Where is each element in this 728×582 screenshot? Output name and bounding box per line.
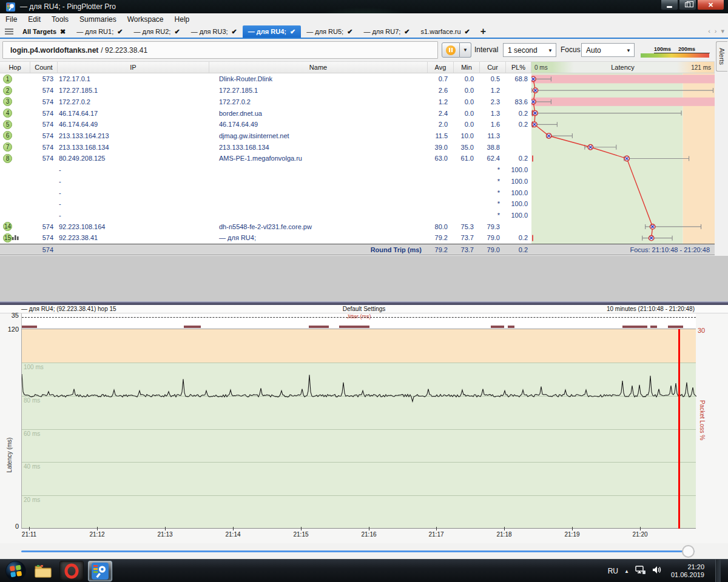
col-header-latency[interactable]: 0 ms Latency 121 ms	[531, 62, 715, 73]
taskbar: RU ▲ 21:20 01.06.2019	[0, 559, 728, 582]
hop-badge: 3	[3, 97, 12, 106]
restore-button[interactable]	[679, 0, 696, 10]
menu-item-workspace[interactable]: Workspace	[122, 14, 169, 25]
round-trip-label: Round Trip (ms)	[209, 246, 428, 253]
jitter-bar	[650, 326, 657, 328]
timeline-range-label: 10 minutes (21:10:48 - 21:20:48)	[607, 306, 695, 312]
clock-time: 21:20	[671, 563, 704, 571]
scrollbar-thumb[interactable]	[682, 545, 695, 558]
opera-icon	[64, 563, 79, 579]
start-button[interactable]	[5, 560, 27, 582]
tab-check-icon[interactable]: ✔	[232, 28, 237, 36]
target-host: login.p4.worldoftanks.net	[10, 46, 98, 55]
interval-select[interactable]: 1 second ▼	[503, 43, 556, 57]
network-icon[interactable]	[635, 565, 646, 577]
screen: — для RU4; - PingPlotter Pro ✕ FileEditT…	[0, 0, 728, 582]
target-ip: / 92.223.38.41	[101, 46, 147, 55]
tab-more-icon[interactable]: ▾	[721, 27, 724, 35]
alerts-tab[interactable]: Alerts	[716, 41, 727, 72]
menu-item-edit[interactable]: Edit	[22, 14, 46, 25]
focus-range-label: Focus: 21:10:48 - 21:20:48	[531, 246, 715, 253]
interval-label: Interval	[474, 45, 498, 54]
window-title: — для RU4; - PingPlotter Pro	[20, 2, 116, 11]
jitter-strip[interactable]: Jitter (ms)	[21, 313, 696, 329]
col-header-name[interactable]: Name	[209, 62, 428, 73]
tab-scroll-right-icon[interactable]: ›	[715, 27, 717, 35]
menu-item-tools[interactable]: Tools	[46, 14, 74, 25]
tab--для-RU2-[interactable]: — для RU2;✔	[128, 25, 185, 38]
tab-s1.warface.ru[interactable]: s1.warface.ru✔	[416, 25, 476, 38]
window-titlebar[interactable]: — для RU4; - PingPlotter Pro ✕	[0, 0, 728, 13]
tab--для-RU3-[interactable]: — для RU3;✔	[186, 25, 243, 38]
timeline-graph[interactable]: 100 ms80 ms60 ms40 ms20 ms	[21, 329, 696, 529]
col-header-pl[interactable]: PL%	[506, 62, 531, 73]
col-header-ip[interactable]: IP	[58, 62, 209, 73]
volume-icon[interactable]	[652, 565, 662, 577]
hop-badge: 15	[3, 233, 12, 242]
pause-dropdown-button[interactable]: ▼	[460, 42, 471, 58]
hop-badge: 8	[3, 154, 12, 163]
scrollbar-track[interactable]	[21, 550, 695, 552]
menu-item-help[interactable]: Help	[169, 14, 195, 25]
round-trip-row: 574 Round Trip (ms) 79.2 73.7 79.0 0.2 F…	[0, 244, 715, 255]
jitter-bar	[22, 326, 37, 328]
latency-max-label: 120	[0, 326, 19, 333]
tab--для-RU1-[interactable]: — для RU1;✔	[71, 25, 128, 38]
new-tab-button[interactable]: +	[476, 26, 491, 37]
pause-button[interactable]	[442, 42, 460, 58]
tray-expand-icon[interactable]: ▲	[624, 569, 629, 574]
minimize-button[interactable]	[661, 0, 678, 10]
timeline-shown-icon	[12, 234, 19, 240]
time-tick-label: 21:16	[361, 531, 376, 538]
jitter-bar	[339, 326, 369, 328]
tab-All-Targets[interactable]: All Targets✖	[17, 25, 71, 38]
language-indicator[interactable]: RU	[608, 567, 618, 575]
col-header-min[interactable]: Min	[454, 62, 480, 73]
tab-check-icon[interactable]: ✔	[465, 28, 470, 36]
col-header-avg[interactable]: Avg	[428, 62, 454, 73]
folder-icon	[34, 563, 52, 579]
col-header-hop[interactable]: Hop	[0, 62, 30, 73]
col-header-count[interactable]: Count	[30, 62, 58, 73]
focus-select[interactable]: Auto ▼	[581, 43, 635, 57]
tab--для-RU5-[interactable]: — для RU5;✔	[301, 25, 358, 38]
jitter-bar	[508, 326, 514, 328]
menu-item-file[interactable]: File	[0, 14, 22, 25]
time-tick-label: 21:17	[428, 531, 443, 538]
tab--для-RU4-[interactable]: — для RU4;✔	[243, 25, 301, 38]
hop-badge: 1	[3, 75, 12, 84]
show-desktop-button[interactable]	[715, 560, 721, 582]
tab-bar: All Targets✖— для RU1;✔— для RU2;✔— для …	[0, 25, 728, 39]
round-trip-count: 574	[30, 246, 58, 253]
time-tick-label: 21:14	[225, 531, 240, 538]
current-time-marker[interactable]	[678, 329, 680, 529]
hop-badge: 2	[3, 86, 12, 95]
tab-list-icon[interactable]	[5, 28, 13, 35]
table-header: Hop Count IP Name Avg Min Cur PL% 0 ms L…	[0, 61, 715, 73]
tab--для-RU7-[interactable]: — для RU7;✔	[358, 25, 415, 38]
tab-check-icon[interactable]: ✔	[347, 28, 352, 36]
time-tick-label: 21:12	[89, 531, 104, 538]
timeline-scrollbar[interactable]	[0, 543, 728, 559]
close-tab-icon[interactable]: ✖	[60, 28, 66, 36]
col-header-cur[interactable]: Cur	[480, 62, 506, 73]
focus-label: Focus	[561, 45, 581, 54]
tab-check-icon[interactable]: ✔	[290, 28, 295, 36]
time-tick-label: 21:19	[564, 531, 579, 538]
taskbar-pingplotter-button[interactable]	[88, 561, 112, 581]
tab-check-icon[interactable]: ✔	[404, 28, 410, 36]
tab-scroll-left-icon[interactable]: ‹	[708, 27, 710, 35]
target-address-field[interactable]: login.p4.worldoftanks.net / 92.223.38.41	[2, 41, 438, 59]
taskbar-explorer-button[interactable]	[31, 561, 55, 581]
chevron-down-icon: ▼	[548, 48, 553, 53]
hop-latency-graph	[531, 73, 715, 244]
close-button[interactable]: ✕	[697, 0, 724, 10]
taskbar-clock[interactable]: 21:20 01.06.2019	[671, 563, 704, 579]
menu-item-summaries[interactable]: Summaries	[74, 14, 122, 25]
tab-check-icon[interactable]: ✔	[174, 28, 180, 36]
menu-bar: FileEditToolsSummariesWorkspaceHelp	[0, 13, 728, 25]
taskbar-opera-button[interactable]	[59, 561, 84, 581]
tab-check-icon[interactable]: ✔	[117, 28, 123, 36]
chevron-down-icon: ▼	[463, 47, 468, 53]
packet-loss-max-label: 30	[698, 327, 705, 334]
